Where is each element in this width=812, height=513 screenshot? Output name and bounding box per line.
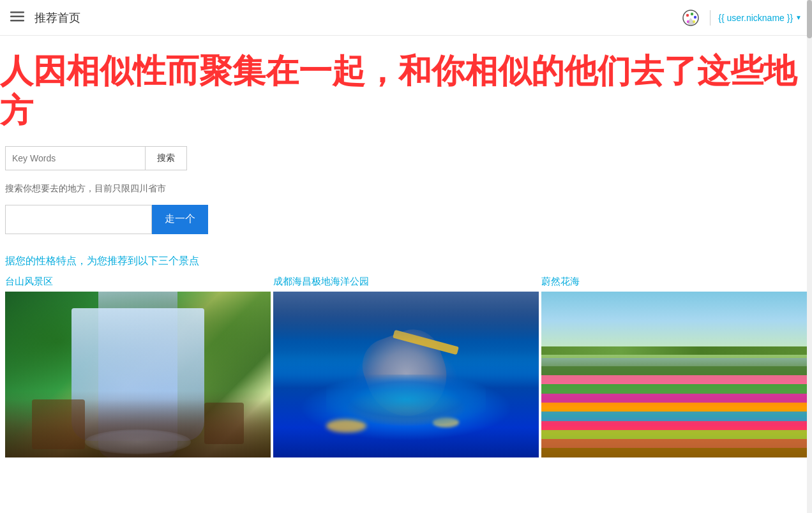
flower-image xyxy=(541,292,807,457)
spot-image-2[interactable] xyxy=(273,292,539,457)
spot-title-3[interactable]: 蔚然花海 xyxy=(541,276,807,292)
flower-row xyxy=(541,412,807,420)
city-search-section: 走一个 xyxy=(5,200,807,249)
flower-rows xyxy=(541,366,807,457)
menu-icon[interactable] xyxy=(10,10,24,25)
dolphin-image xyxy=(273,292,539,457)
search-bar-section: 搜索 xyxy=(5,136,807,175)
user-nickname: {{ user.nickname }} xyxy=(718,13,793,23)
scrollbar-thumb[interactable] xyxy=(807,0,812,38)
navbar: 推荐首页 {{ user.nickname }} ▼ xyxy=(0,0,812,36)
hero-section: 人因相似性而聚集在一起，和你相似的他们去了这些地方 xyxy=(0,36,807,136)
city-search-button[interactable]: 走一个 xyxy=(152,205,208,234)
flower-row xyxy=(541,439,807,448)
main-content: 人因相似性而聚集在一起，和你相似的他们去了这些地方 搜索 搜索你想要去的地方，目… xyxy=(0,36,807,457)
flower-row xyxy=(541,430,807,439)
hero-title: 人因相似性而聚集在一起，和你相似的他们去了这些地方 xyxy=(0,51,807,131)
dolphin-splash xyxy=(300,375,513,441)
search-button[interactable]: 搜索 xyxy=(146,146,187,170)
image-grid: 台山风景区 成都海昌极地海洋公园 xyxy=(5,276,807,457)
recommendation-heading: 据您的性格特点，为您推荐到以下三个景点 xyxy=(5,249,807,276)
waterfall-image xyxy=(5,292,271,457)
keyword-search-input[interactable] xyxy=(5,146,146,170)
svg-rect-0 xyxy=(10,11,24,13)
chevron-down-icon: ▼ xyxy=(795,14,802,21)
city-search-input[interactable] xyxy=(5,205,152,234)
navbar-right: {{ user.nickname }} ▼ xyxy=(679,6,802,29)
svg-point-4 xyxy=(686,13,689,16)
navbar-title: 推荐首页 xyxy=(34,10,80,26)
flower-row xyxy=(541,421,807,430)
spot-card-2: 成都海昌极地海洋公园 xyxy=(273,276,539,457)
flower-row xyxy=(541,394,807,403)
spot-image-1[interactable] xyxy=(5,292,271,457)
svg-point-6 xyxy=(694,15,696,18)
flower-row xyxy=(541,448,807,457)
navbar-user[interactable]: {{ user.nickname }} ▼ xyxy=(718,13,802,23)
flower-row xyxy=(541,366,807,375)
flower-row xyxy=(541,375,807,384)
svg-point-5 xyxy=(691,12,693,15)
palette-icon[interactable] xyxy=(679,6,702,29)
flower-row xyxy=(541,403,807,412)
spot-card-1: 台山风景区 xyxy=(5,276,271,457)
svg-rect-2 xyxy=(10,20,24,22)
flower-row xyxy=(541,384,807,393)
spot-title-1[interactable]: 台山风景区 xyxy=(5,276,271,292)
svg-rect-1 xyxy=(10,16,24,18)
scrollbar[interactable] xyxy=(807,0,812,457)
spot-image-3[interactable] xyxy=(541,292,807,457)
hint-text: 搜索你想要去的地方，目前只限四川省市 xyxy=(5,175,807,200)
navbar-divider xyxy=(710,10,710,26)
spot-card-3: 蔚然花海 xyxy=(541,276,807,457)
spot-title-2[interactable]: 成都海昌极地海洋公园 xyxy=(273,276,539,292)
